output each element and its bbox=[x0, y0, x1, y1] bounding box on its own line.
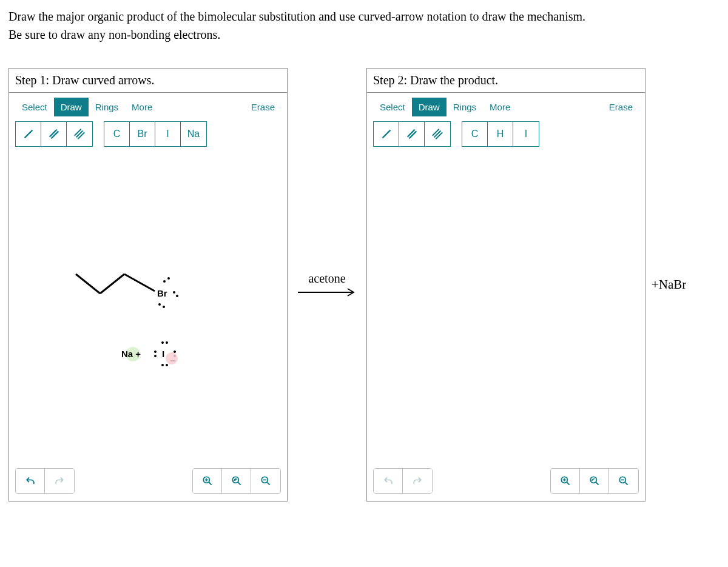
bond-tool-group-2 bbox=[373, 121, 451, 147]
question-line-1: Draw the major organic product of the bi… bbox=[8, 7, 720, 25]
tab-select[interactable]: Select bbox=[15, 98, 54, 116]
solvent-label: acetone bbox=[308, 272, 345, 286]
svg-line-36 bbox=[382, 130, 390, 138]
atom-h-button-2[interactable]: H bbox=[488, 122, 513, 146]
atom-c-button[interactable]: C bbox=[104, 122, 130, 146]
panel-step-1: Step 1: Draw curved arrows. Select Draw … bbox=[8, 68, 288, 502]
atom-tool-group-2: C H I bbox=[462, 121, 539, 147]
svg-line-41 bbox=[436, 132, 442, 139]
svg-line-47 bbox=[596, 483, 598, 485]
zoom-in-button-2[interactable] bbox=[551, 469, 580, 493]
redo-button[interactable] bbox=[45, 469, 74, 493]
tab-more[interactable]: More bbox=[125, 98, 159, 116]
atom-i-button[interactable]: I bbox=[155, 122, 181, 146]
tab-draw-2[interactable]: Draw bbox=[412, 98, 447, 116]
svg-point-12 bbox=[176, 295, 178, 297]
byproduct-label: +NaBr bbox=[652, 277, 686, 292]
svg-line-5 bbox=[78, 132, 84, 139]
tab-more-2[interactable]: More bbox=[483, 98, 517, 116]
molecule-bonds bbox=[58, 262, 215, 395]
reaction-layout: Step 1: Draw curved arrows. Select Draw … bbox=[8, 68, 720, 502]
tab-select-2[interactable]: Select bbox=[373, 98, 412, 116]
svg-point-22 bbox=[166, 364, 168, 366]
undo-button-2[interactable] bbox=[374, 469, 403, 493]
svg-point-18 bbox=[154, 355, 157, 357]
svg-point-9 bbox=[163, 280, 166, 283]
bond-tool-group bbox=[15, 121, 93, 147]
svg-line-49 bbox=[625, 483, 628, 485]
svg-line-0 bbox=[24, 130, 32, 138]
zoom-group bbox=[192, 468, 281, 494]
panel-2-bottom-bar bbox=[373, 468, 639, 494]
zoom-group-2 bbox=[550, 468, 639, 494]
undo-redo-group-2 bbox=[373, 468, 433, 494]
tab-rings[interactable]: Rings bbox=[89, 98, 125, 116]
panel-1-tabs: Select Draw Rings More bbox=[15, 98, 159, 116]
panel-1-tools: C Br I Na bbox=[9, 119, 287, 153]
svg-point-10 bbox=[167, 277, 170, 280]
redo-button-2[interactable] bbox=[403, 469, 432, 493]
reaction-arrow-col: acetone bbox=[294, 272, 360, 298]
atom-c-button-2[interactable]: C bbox=[462, 122, 488, 146]
svg-line-33 bbox=[268, 483, 270, 485]
panel-2-canvas[interactable] bbox=[367, 153, 645, 501]
svg-line-31 bbox=[238, 483, 240, 485]
atom-tool-group: C Br I Na bbox=[104, 121, 207, 147]
svg-point-21 bbox=[161, 364, 164, 366]
erase-button[interactable]: Erase bbox=[245, 98, 281, 116]
double-bond-tool[interactable] bbox=[41, 122, 67, 146]
svg-point-19 bbox=[174, 351, 176, 353]
triple-bond-tool[interactable] bbox=[67, 122, 92, 146]
atom-br-button[interactable]: Br bbox=[130, 122, 155, 146]
svg-point-25 bbox=[166, 352, 178, 364]
svg-line-43 bbox=[567, 483, 569, 485]
zoom-reset-button[interactable] bbox=[222, 469, 251, 493]
reaction-arrow-icon bbox=[297, 287, 357, 298]
svg-line-7 bbox=[100, 274, 124, 294]
svg-line-4 bbox=[76, 131, 83, 138]
panel-2-tools: C H I bbox=[367, 119, 645, 153]
svg-point-13 bbox=[158, 303, 161, 306]
label-br: Br bbox=[157, 288, 167, 298]
question-line-2: Be sure to draw any non-bonding electron… bbox=[8, 25, 720, 44]
panel-2-title: Step 2: Draw the product. bbox=[367, 69, 645, 93]
svg-line-40 bbox=[434, 131, 441, 138]
svg-point-11 bbox=[173, 291, 175, 294]
atom-i-button-2[interactable]: I bbox=[513, 122, 539, 146]
zoom-out-button-2[interactable] bbox=[609, 469, 638, 493]
single-bond-tool[interactable] bbox=[16, 122, 41, 146]
molecule-area: Br Na + I bbox=[58, 262, 215, 395]
panel-2-toolbar: Select Draw Rings More Erase bbox=[367, 93, 645, 119]
tab-draw[interactable]: Draw bbox=[54, 98, 89, 116]
panel-1-canvas[interactable]: Br Na + I bbox=[9, 153, 287, 501]
svg-point-17 bbox=[154, 351, 157, 353]
svg-point-14 bbox=[163, 306, 165, 308]
panel-step-2: Step 2: Draw the product. Select Draw Ri… bbox=[366, 68, 645, 502]
panel-1-toolbar: Select Draw Rings More Erase bbox=[9, 93, 287, 119]
label-iodide: I bbox=[162, 349, 164, 359]
svg-line-27 bbox=[209, 483, 211, 485]
triple-bond-tool-2[interactable] bbox=[425, 122, 450, 146]
panel-1-bottom-bar bbox=[15, 468, 281, 494]
panel-1-title: Step 1: Draw curved arrows. bbox=[9, 69, 287, 93]
panel-2-tabs: Select Draw Rings More bbox=[373, 98, 517, 116]
undo-redo-group bbox=[15, 468, 75, 494]
svg-line-6 bbox=[76, 274, 100, 294]
svg-line-3 bbox=[75, 129, 81, 136]
erase-button-2[interactable]: Erase bbox=[603, 98, 639, 116]
svg-point-46 bbox=[590, 477, 596, 483]
svg-point-16 bbox=[166, 341, 168, 344]
zoom-in-button[interactable] bbox=[193, 469, 222, 493]
question-text: Draw the major organic product of the bi… bbox=[8, 7, 720, 44]
double-bond-tool-2[interactable] bbox=[399, 122, 425, 146]
label-na-plus: Na + bbox=[121, 349, 141, 359]
atom-na-button[interactable]: Na bbox=[181, 122, 206, 146]
svg-line-39 bbox=[433, 129, 439, 136]
zoom-reset-button-2[interactable] bbox=[580, 469, 609, 493]
single-bond-tool-2[interactable] bbox=[374, 122, 399, 146]
zoom-out-button[interactable] bbox=[251, 469, 280, 493]
svg-point-15 bbox=[161, 341, 164, 344]
svg-line-8 bbox=[124, 274, 155, 291]
undo-button[interactable] bbox=[16, 469, 45, 493]
tab-rings-2[interactable]: Rings bbox=[447, 98, 483, 116]
